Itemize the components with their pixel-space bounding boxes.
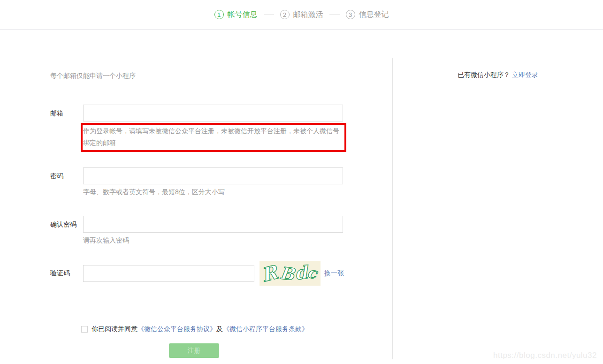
email-row: 邮箱 作为登录帐号，请填写未被微信公众平台注册，未被微信开放平台注册，未被个人微… [50,105,392,152]
form-intro: 每个邮箱仅能申请一个小程序 [50,72,392,80]
login-now-link[interactable]: 立即登录 [512,71,538,78]
email-input[interactable] [83,105,343,121]
side-panel: 已有微信小程序？ 立即登录 [458,71,538,79]
step-3-number-icon: 3 [346,10,355,19]
registration-page: 1 帐号信息 2 邮箱激活 3 信息登记 每个邮箱仅能申请一个小程序 邮箱 作为… [0,0,603,364]
stepper-header: 1 帐号信息 2 邮箱激活 3 信息登记 [0,0,603,30]
service-agreement-link[interactable]: 《微信公众平台服务协议》 [137,325,216,334]
confirm-password-input[interactable] [83,216,343,233]
email-field-area: 作为登录帐号，请填写未被微信公众平台注册，未被微信开放平台注册，未被个人微信号绑… [83,105,346,152]
step-separator [264,15,274,15]
step-account-info: 1 帐号信息 [214,10,258,20]
confirm-password-row: 确认密码 请再次输入密码 [50,216,392,245]
step-info-registration: 3 信息登记 [346,10,389,20]
captcha-row: 验证码 R B d c 换一张 [50,261,392,286]
step-2-number-icon: 2 [280,10,290,19]
email-hint: 作为登录帐号，请填写未被微信公众平台注册，未被微信开放平台注册，未被个人微信号绑… [83,125,342,149]
confirm-password-hint: 请再次输入密码 [83,236,343,245]
confirm-password-field-area: 请再次输入密码 [83,216,343,245]
password-row: 密码 字母、数字或者英文符号，最短8位，区分大小写 [50,167,392,197]
step-separator [329,15,340,15]
agreement-checkbox[interactable] [81,326,88,333]
miniprogram-terms-link[interactable]: 《微信小程序平台服务条款》 [223,325,308,334]
password-label: 密码 [50,167,83,197]
registration-form: 每个邮箱仅能申请一个小程序 邮箱 作为登录帐号，请填写未被微信公众平台注册，未被… [0,30,392,358]
captcha-image[interactable]: R B d c [260,261,321,286]
agreement-row: 你已阅读并同意 《微信公众平台服务协议》 及 《微信小程序平台服务条款》 [81,325,392,334]
password-input[interactable] [83,167,343,184]
register-button[interactable]: 注册 [169,343,219,358]
csdn-watermark: https://blog.csdn.net/yulu32 [493,351,597,360]
captcha-input[interactable] [83,265,254,282]
vertical-divider [392,58,393,359]
step-1-number-icon: 1 [214,10,224,19]
email-label: 邮箱 [50,105,83,152]
existing-account-question: 已有微信小程序？ [458,71,510,78]
step-email-activation: 2 邮箱激活 [280,10,323,20]
captcha-label: 验证码 [50,269,83,278]
annotation-highlight-box: 作为登录帐号，请填写未被微信公众平台注册，未被微信开放平台注册，未被个人微信号绑… [81,123,346,152]
agreement-prefix: 你已阅读并同意 [92,325,137,334]
password-field-area: 字母、数字或者英文符号，最短8位，区分大小写 [83,167,343,197]
step-1-label: 帐号信息 [228,10,258,20]
step-2-label: 邮箱激活 [293,10,323,20]
confirm-password-label: 确认密码 [50,216,83,245]
step-3-label: 信息登记 [359,10,389,20]
captcha-field-area: R B d c 换一张 [83,261,344,286]
registration-stepper: 1 帐号信息 2 邮箱激活 3 信息登记 [214,10,389,20]
agreement-conjunction: 及 [216,325,223,334]
password-hint: 字母、数字或者英文符号，最短8位，区分大小写 [83,188,343,197]
captcha-refresh-link[interactable]: 换一张 [324,269,344,278]
